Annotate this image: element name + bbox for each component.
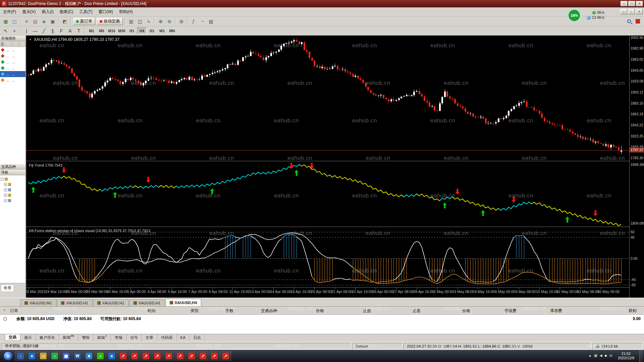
price-chart-canvas[interactable] [26,36,629,298]
vertical-line-icon[interactable]: | [22,27,31,35]
timeframe-m5[interactable]: M5 [97,27,106,34]
cursor-icon[interactable]: ↖ [1,27,10,35]
chart-tab-0[interactable]: XAUUSD,M1 [20,299,56,306]
new-chart-icon[interactable]: ▦ [1,17,10,25]
bar-chart-icon[interactable]: ▥ [127,17,136,25]
mt4-terminal-icon[interactable]: ↗ [175,351,185,361]
strategy-tester-icon[interactable]: ◩ [60,17,69,25]
timeframe-m15[interactable]: M15 [107,27,116,34]
terminal-column-2[interactable]: 类型 [191,308,199,314]
minimize-button[interactable]: – [621,1,628,6]
chevron-down-icon[interactable]: ▼ [29,38,32,41]
zoom-out-icon[interactable]: ⊖ [165,17,174,25]
terminal-column-3[interactable]: 手数 [225,308,233,314]
market-watch-icon[interactable]: ≡ [22,17,31,25]
mt4-terminal-icon[interactable]: ↗ [198,351,208,361]
market-watch-header[interactable]: 市场报价 [0,36,25,41]
terminal-tab-8[interactable]: 文章 [142,334,157,341]
search-icon[interactable] [625,17,633,25]
start-button[interactable]: ⊞ [3,351,13,361]
market-watch-row[interactable]: …… [0,71,25,77]
ie-icon[interactable]: e [26,351,37,361]
arrows-icon[interactable]: T [74,27,83,35]
child-minimize-button[interactable]: – [620,9,627,14]
calculator-icon[interactable]: ▦ [61,351,71,361]
mt4-terminal-icon[interactable]: ↗ [118,351,128,361]
folder-icon[interactable]: ▱ [38,351,49,361]
timeframe-w1[interactable]: W1 [157,27,167,34]
market-watch-row[interactable]: …… [0,47,25,53]
candlestick-icon[interactable]: ◫ [136,17,144,25]
network-icon[interactable]: ▦ [594,354,597,358]
terminal-tab-11[interactable]: 日志 [190,334,205,341]
timeframe-mn[interactable]: MN [167,27,177,34]
word-icon[interactable]: W [72,351,83,361]
terminal-column-10[interactable]: 库存费 [550,308,562,314]
app-icon[interactable]: ■ [84,351,94,361]
navigator-node[interactable]: + [1,182,25,187]
symbols-bar[interactable]: 交易品种 [0,164,25,170]
show-desktop-button[interactable] [639,350,643,362]
channel-icon[interactable]: ∥ [48,27,57,35]
menu-item-3[interactable]: 图表(C) [57,8,76,16]
expand-icon[interactable]: + [4,188,7,191]
menu-item-2[interactable]: 插入(I) [39,8,56,16]
terminal-tab-0[interactable]: 交易 [5,334,20,341]
auto-trading-button[interactable]: 自动交易 [97,18,123,25]
timeframe-d1[interactable]: D1 [147,27,157,34]
maximize-button[interactable]: □ [628,1,635,6]
volume-icon[interactable]: ◀ [600,354,602,358]
mt4-terminal-icon[interactable]: ↗ [186,351,197,361]
fibonacci-icon[interactable]: F [57,27,66,35]
timeframe-m30[interactable]: M30 [117,27,126,34]
mt4-terminal-icon[interactable]: ↗ [220,351,231,361]
market-watch-row[interactable]: …… [0,65,25,71]
terminal-tab-10[interactable]: EA [177,334,190,341]
menu-item-1[interactable]: 显示(V) [19,8,39,16]
line-chart-icon[interactable]: ∿ [144,17,153,25]
wechat-icon[interactable]: ◖ [95,351,106,361]
menu-item-6[interactable]: 帮助(H) [116,8,136,16]
mt4-terminal-icon[interactable]: ↗ [129,351,140,361]
firefox-icon[interactable]: ◗ [15,351,26,361]
terminal-tab-1[interactable]: 展示 [20,334,36,341]
chart-tab-4[interactable]: XAUUSD,H4 [165,299,201,306]
trendline-icon[interactable]: ╱ [40,27,48,35]
text-icon[interactable]: A [66,27,74,35]
terminal-tab-4[interactable]: 警报 [78,334,94,341]
terminal-column-8[interactable]: 价格 [462,308,470,314]
child-restore-button[interactable]: ▫ [628,9,635,14]
browser-360-icon[interactable]: ○ [49,351,60,361]
menu-item-4[interactable]: 工具(T) [76,8,95,16]
menu-item-5[interactable]: 窗口(W) [96,8,116,16]
mt4-terminal-icon[interactable]: ↗ [163,351,174,361]
ie-icon-2[interactable]: e [106,351,117,361]
status-profile[interactable]: Default [352,343,402,349]
hidden-icons-arrow[interactable]: ▲ [588,354,592,358]
expand-icon[interactable]: + [4,194,7,197]
expand-icon[interactable]: + [4,183,7,186]
chart-tab-2[interactable]: XAUUSD,H1 [93,299,129,306]
tile-windows-icon[interactable]: ⊞ [177,17,186,25]
zoom-in-icon[interactable]: ⊕ [156,17,165,25]
terminal-tab-5[interactable]: 邮箱1 [94,334,111,341]
market-watch-row[interactable]: …… [0,53,25,59]
terminal-column-4[interactable]: 交易品种 [261,308,277,314]
terminal-column-5[interactable]: 价格 [316,308,324,314]
mt4-terminal-icon[interactable]: ↗ [209,351,220,361]
terminal-column-11[interactable]: 获利 [629,308,637,314]
navigator-node[interactable]: + [1,187,25,192]
terminal-tab-3[interactable]: 新闻99 [59,334,78,341]
profiles-icon[interactable]: ◫ [10,17,19,25]
navigator-node[interactable]: + [1,198,25,203]
price-scale[interactable]: 2002.951982.981963.021943.051923.081903.… [629,36,644,298]
terminal-column-9[interactable]: 手续费 [504,308,517,314]
terminal-column-7[interactable]: 止盈 [413,308,421,314]
mt4-terminal-icon[interactable]: ↗ [141,351,151,361]
terminal-column-1[interactable]: 时间 [148,308,156,314]
navigator-icon[interactable]: ◈ [40,17,48,25]
mt4-terminal-icon[interactable]: ↗ [152,351,163,361]
terminal-column-0[interactable]: 订单 [10,308,18,314]
navigator-root-node[interactable]: − [1,176,25,182]
navigator-header[interactable]: 导航 [0,170,25,175]
